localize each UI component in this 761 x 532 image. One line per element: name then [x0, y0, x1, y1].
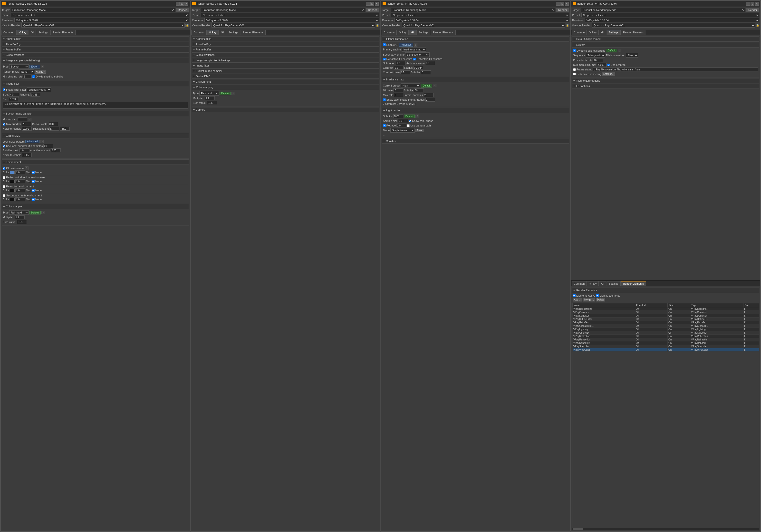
interp-samples-input[interactable] — [424, 93, 434, 97]
add-button[interactable]: Add ... — [573, 298, 582, 301]
question-gi-env[interactable]: ? — [25, 166, 29, 170]
blur-input[interactable] — [9, 97, 19, 101]
expand-auth-2[interactable]: + — [193, 37, 195, 40]
preset-dropdown-3[interactable]: No preset selected — [391, 13, 569, 17]
tab-settings-1[interactable]: Settings — [36, 30, 50, 34]
frame-stamp-cb[interactable] — [573, 68, 576, 71]
collapse-light-cache[interactable]: − — [383, 108, 385, 112]
gi-map-cb[interactable] — [32, 171, 34, 174]
primary-engine-dropdown[interactable]: Irradiance map — [402, 47, 426, 52]
render-button-1[interactable]: Render — [176, 8, 189, 12]
reflective-gi-cb[interactable] — [413, 58, 416, 60]
tab-vray-2[interactable]: V-Ray — [207, 30, 218, 34]
radius-input[interactable] — [413, 66, 423, 70]
table-row[interactable]: VRayRefractionOffOnVRayRefractionI:\ — [572, 338, 759, 341]
expand-gdmc-2[interactable]: + — [193, 75, 195, 78]
tab-common-4r[interactable]: Common — [572, 281, 587, 286]
tab-common-2[interactable]: Common — [191, 30, 206, 34]
tab-gi-4s[interactable]: GI — [599, 30, 606, 34]
tab-vray-4s[interactable]: V-Ray — [587, 30, 599, 34]
table-row[interactable]: VRayDenoiserOffOnVRayDenoiserI:\ — [572, 314, 759, 317]
dynamic-bucket-cb[interactable] — [573, 49, 576, 52]
minimize-btn-4[interactable]: _ — [746, 2, 750, 6]
refr-color-swatch[interactable] — [10, 189, 15, 192]
cm-type-dropdown-1[interactable]: Reinhard — [9, 210, 29, 215]
tab-settings-4r[interactable]: Settings — [607, 281, 621, 286]
refr-map-cb[interactable] — [32, 189, 34, 192]
expand-is-2[interactable]: + — [193, 58, 195, 62]
division-dropdown[interactable]: Size — [626, 53, 638, 58]
refractive-gi-cb[interactable] — [383, 58, 386, 60]
tab-render-elements-4[interactable]: Render Elements — [621, 281, 646, 286]
size-input[interactable] — [9, 92, 19, 96]
contrast-base-input[interactable] — [400, 70, 410, 74]
min-samples-input[interactable] — [43, 144, 53, 148]
minimize-btn-1[interactable]: _ — [176, 2, 180, 6]
table-row[interactable]: VRayDiffuseFilterOffOnVRayDiffuseF...I:\ — [572, 317, 759, 321]
tab-common-4s[interactable]: Common — [572, 30, 587, 34]
gi-color-value[interactable] — [15, 170, 25, 174]
none-btn[interactable]: <None> — [34, 70, 46, 74]
maximize-btn-4[interactable]: □ — [750, 2, 754, 6]
expand-gs-2[interactable]: + — [193, 53, 195, 57]
dyn-mem-input[interactable] — [597, 63, 607, 67]
min-shading-input[interactable] — [23, 75, 32, 79]
collapse-image-filter[interactable]: − — [3, 82, 5, 86]
collapse-global-dmc[interactable]: − — [3, 134, 5, 138]
preset-dropdown-2[interactable]: No preset selected — [201, 13, 379, 17]
lc-default-btn[interactable]: Default — [404, 115, 415, 118]
interp-frames-input[interactable] — [426, 98, 435, 102]
target-dropdown-2[interactable]: Production Rendering Mode — [201, 8, 365, 12]
advanced-gi-btn[interactable]: Advanced — [399, 43, 413, 46]
collapse-color-mapping-1[interactable]: − — [3, 205, 5, 208]
collapse-cm-2[interactable]: − — [193, 85, 195, 89]
elements-active-cb[interactable] — [573, 294, 576, 297]
view-dropdown-4[interactable]: Quad 4 - PhysCamera001 — [592, 23, 755, 28]
question-dmc[interactable]: ? — [40, 140, 44, 143]
filter-dropdown[interactable]: Mitchell-Netravali — [27, 88, 51, 92]
table-row[interactable]: VRayCausticsOffOnVRayCausticsI:\ — [572, 311, 759, 314]
tab-render-elements-2[interactable]: Render Elements — [241, 30, 265, 34]
gi-color-swatch[interactable] — [10, 171, 15, 174]
renderer-dropdown-3[interactable]: V-Ray Adv 3.50.04 — [394, 18, 569, 23]
refl-env-cb[interactable] — [3, 176, 5, 179]
distributed-settings-btn[interactable]: Settings... — [602, 72, 615, 76]
frame-stamp-input[interactable] — [593, 68, 758, 71]
question-cm-1[interactable]: ? — [41, 211, 45, 214]
target-dropdown-3[interactable]: Production Rendering Mode — [391, 8, 555, 12]
merge-button[interactable]: Merge ... — [583, 298, 595, 301]
use-camera-path-cb[interactable] — [407, 124, 410, 127]
tab-vray-3[interactable]: V-Ray — [397, 30, 409, 34]
collapse-image-sampler[interactable]: − — [3, 58, 5, 62]
question-min-subdivs[interactable]: ? — [28, 118, 31, 121]
mode-dropdown[interactable]: Single frame — [390, 128, 415, 133]
max-subdivs-cb[interactable] — [3, 123, 5, 126]
close-btn-3[interactable]: ✕ — [565, 2, 569, 6]
maximize-btn-1[interactable]: □ — [180, 2, 184, 6]
collapse-bucket-sampler[interactable]: − — [3, 112, 5, 115]
table-row[interactable]: VRayObjectIDOffOffVRayObjectIDI:\ — [572, 331, 759, 334]
retrace-cb[interactable] — [383, 124, 386, 127]
subdivs-mult-input[interactable] — [20, 148, 29, 152]
sec-map-cb[interactable] — [32, 198, 34, 201]
expand-tiled-texture[interactable]: + — [573, 79, 575, 83]
ringing-input[interactable] — [30, 92, 40, 96]
collapse-environment[interactable]: − — [3, 160, 5, 164]
retrace-input[interactable] — [396, 124, 406, 128]
collapse-irradiance-map[interactable]: − — [383, 78, 385, 82]
display-elements-cb[interactable] — [596, 294, 599, 297]
expand-if-2[interactable]: + — [193, 64, 195, 67]
subdivs-gi-input[interactable] — [421, 70, 431, 74]
maximize-btn-3[interactable]: □ — [560, 2, 564, 6]
minimize-btn-2[interactable]: _ — [366, 2, 370, 6]
view-dropdown-3[interactable]: Quad 4 - PhysCamera001 — [402, 23, 565, 28]
close-btn-1[interactable]: ✕ — [185, 2, 188, 6]
question-irr[interactable]: ? — [433, 84, 437, 87]
tab-settings-2[interactable]: Settings — [226, 30, 240, 34]
min-subdivs-input[interactable] — [18, 117, 27, 121]
burn-input-1[interactable] — [17, 220, 27, 224]
refl-color-value[interactable] — [15, 179, 25, 183]
cm2-burn-input[interactable] — [207, 101, 217, 105]
render-mask-dropdown[interactable]: None — [19, 70, 34, 74]
bucket-height-input[interactable] — [60, 127, 70, 131]
